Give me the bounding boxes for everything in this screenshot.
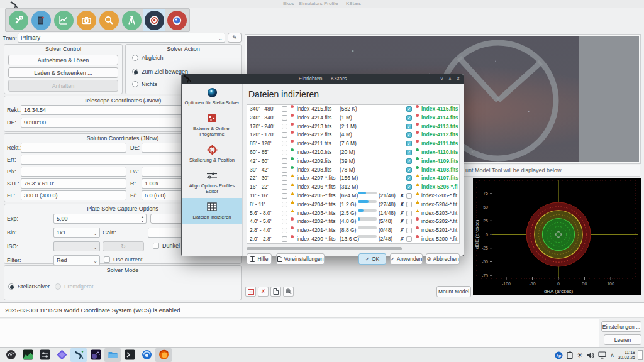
local-index-checkbox[interactable] [282, 236, 287, 242]
local-index-checkbox[interactable] [282, 115, 287, 121]
presets-button[interactable]: Voreinstellungen [276, 253, 325, 265]
local-index-checkbox[interactable] [282, 175, 287, 181]
local-index-checkbox[interactable] [282, 202, 287, 207]
local-index-checkbox[interactable] [282, 193, 287, 199]
sidebar-item-3[interactable]: Align Options Profiles Editor [182, 167, 242, 198]
local-index-checkbox[interactable] [282, 150, 287, 155]
cancel-download-icon[interactable]: ✗ [400, 235, 404, 244]
train-select[interactable]: Primary⌄ [18, 33, 225, 43]
local-index-checkbox[interactable] [282, 184, 287, 190]
zoom-plot-button[interactable] [283, 287, 294, 297]
ccd-icon[interactable] [30, 9, 52, 31]
taskbar-item-terminal[interactable] [121, 348, 138, 362]
load-slew-button[interactable]: Laden & Schwenken ... [8, 67, 118, 78]
taskbar-item-firefox[interactable] [155, 348, 172, 362]
maximize-icon[interactable]: ∧ [448, 74, 452, 84]
remote-index-checkbox[interactable]: ✓ [406, 184, 412, 190]
radio-slew-to-target[interactable]: Zum Ziel bewegen [132, 69, 188, 75]
remote-index-checkbox[interactable]: ✓ [406, 158, 412, 164]
observatory-icon[interactable] [165, 9, 188, 31]
remote-index-checkbox[interactable] [406, 202, 412, 207]
analyze-icon[interactable] [52, 9, 75, 31]
remote-index-checkbox[interactable] [406, 219, 412, 224]
taskbar-item-browser-blue[interactable] [138, 348, 155, 362]
taskbar-item-planetarium-app[interactable] [87, 348, 104, 362]
remote-index-checkbox[interactable]: ✓ [406, 124, 412, 129]
cancel-download-icon[interactable]: ✗ [400, 226, 404, 235]
display-tray-icon[interactable] [598, 351, 606, 359]
sidebar-item-0[interactable]: Optionen für StellarSolver [182, 84, 242, 109]
help-button[interactable]: Hilfe [247, 253, 272, 265]
expand-tray-icon[interactable]: ∧ [610, 352, 614, 358]
capture-icon[interactable] [75, 9, 97, 31]
remote-index-checkbox[interactable]: ✓ [406, 167, 412, 173]
use-current-checkbox[interactable]: Use current [104, 256, 143, 263]
align-icon[interactable] [143, 9, 165, 31]
guide-icon[interactable] [120, 9, 143, 31]
local-index-checkbox[interactable] [282, 158, 287, 164]
filter-select[interactable]: Red⌄ [53, 255, 100, 265]
log-settings-button[interactable]: Einstellungen ... [601, 321, 641, 332]
remote-index-checkbox[interactable] [406, 211, 412, 216]
sidebar-item-2[interactable]: Skalierung & Position [182, 141, 242, 167]
log-clear-button[interactable]: Leeren [604, 334, 641, 345]
cancel-download-icon[interactable]: ✗ [400, 217, 404, 226]
radio-nothing[interactable]: Nichts [132, 81, 157, 87]
mount-model-button[interactable]: Mount Model [436, 286, 471, 297]
remote-index-checkbox[interactable]: ✓ [406, 106, 412, 112]
remote-index-checkbox[interactable]: ✓ [406, 115, 412, 121]
taskbar-item-kde-app[interactable] [53, 348, 70, 362]
remote-index-checkbox[interactable]: ✓ [406, 150, 412, 155]
sidebar-item-4[interactable]: Dateien indizieren [182, 198, 242, 224]
setup-icon[interactable] [7, 9, 30, 31]
taskbar-item-app-launcher[interactable] [3, 348, 19, 362]
remote-index-checkbox[interactable]: ✓ [406, 141, 412, 146]
local-index-checkbox[interactable] [282, 124, 287, 129]
local-index-checkbox[interactable] [282, 219, 287, 224]
radio-stellarsolver[interactable]: StellarSolver [8, 283, 50, 290]
remote-index-checkbox[interactable] [406, 193, 412, 199]
local-index-checkbox[interactable] [282, 132, 287, 138]
spinner-arrows-icon[interactable]: ▴▾ [142, 215, 143, 224]
local-index-checkbox[interactable] [282, 167, 287, 173]
close-icon[interactable]: ✗ [456, 74, 460, 84]
cancel-download-icon[interactable]: ✗ [400, 192, 404, 200]
remote-index-checkbox[interactable] [406, 228, 412, 233]
radio-sync[interactable]: Abgleich [132, 55, 164, 61]
binning-select[interactable]: 1x1⌄ [53, 228, 100, 238]
export-button[interactable] [270, 287, 281, 297]
apply-button[interactable]: ✓Anwenden [390, 253, 423, 265]
cancel-download-icon[interactable]: ✗ [400, 200, 404, 209]
focus-icon[interactable] [97, 9, 120, 31]
local-index-checkbox[interactable] [282, 228, 287, 233]
brightness-tray-icon[interactable]: ☀ [577, 351, 583, 359]
minimize-icon[interactable]: ∨ [440, 74, 444, 84]
exposure-spinbox[interactable]: 5,00 ▴▾ [53, 214, 147, 224]
taskbar-item-file-manager[interactable] [104, 348, 121, 362]
volume-tray-icon[interactable] [587, 352, 594, 359]
remote-index-checkbox[interactable]: ✓ [406, 175, 412, 181]
remote-index-checkbox[interactable]: ✓ [406, 132, 412, 138]
remote-index-checkbox[interactable] [406, 236, 412, 242]
edit-train-button[interactable]: ✎ [228, 33, 242, 43]
local-index-checkbox[interactable] [282, 141, 287, 146]
clipboard-tray-icon[interactable] [567, 351, 573, 359]
sidebar-item-1[interactable]: Externe & Online-Programme [182, 109, 242, 141]
local-index-checkbox[interactable] [282, 211, 287, 216]
taskbar-item-settings-app[interactable] [36, 348, 53, 362]
cancel-download-icon[interactable]: ✗ [400, 209, 404, 218]
remove-point-button[interactable] [245, 287, 256, 297]
clear-points-button[interactable]: ✗ [258, 287, 269, 297]
dark-checkbox[interactable]: Dunkel [153, 243, 180, 249]
show-desktop-button[interactable] [638, 350, 643, 360]
hp-tray-icon[interactable]: hp [555, 351, 563, 359]
horizontal-scrollbar[interactable] [247, 246, 460, 251]
capture-solve-button[interactable]: Aufnehmen & Lösen [8, 55, 118, 65]
cancel-button[interactable]: ⊘Abbrechen [426, 253, 460, 265]
ok-button[interactable]: ✓OK [358, 253, 386, 265]
taskbar-item-system-monitor[interactable] [19, 348, 36, 362]
local-index-checkbox[interactable] [282, 106, 287, 112]
dialog-titlebar[interactable]: Einrichten — KStars ∨ ∧ ✗ [182, 74, 464, 84]
taskbar-item-kstars[interactable] [70, 348, 87, 362]
taskbar-clock[interactable]: 11:18 30.03.25 [618, 350, 635, 360]
